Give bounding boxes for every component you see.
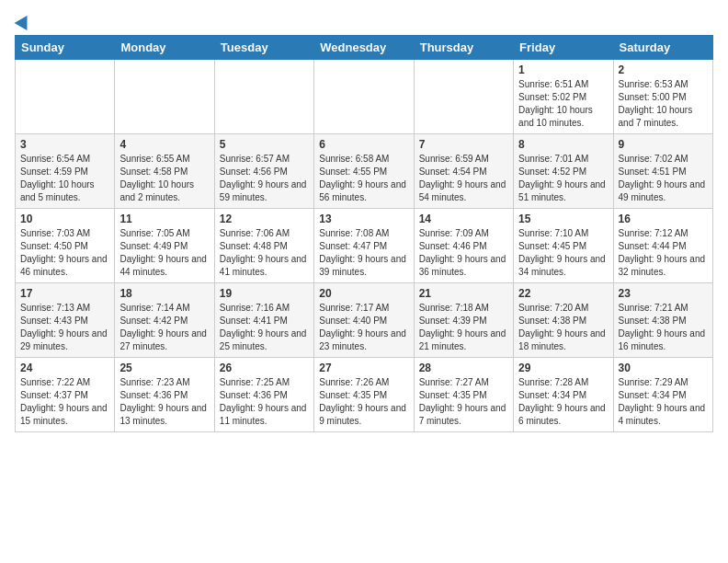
calendar-week-row: 1Sunrise: 6:51 AM Sunset: 5:02 PM Daylig… xyxy=(16,60,713,134)
day-number: 6 xyxy=(319,138,408,151)
day-number: 20 xyxy=(319,287,408,300)
day-info: Sunrise: 7:05 AM Sunset: 4:49 PM Dayligh… xyxy=(119,227,209,279)
day-info: Sunrise: 6:54 AM Sunset: 4:59 PM Dayligh… xyxy=(20,153,109,204)
day-number: 2 xyxy=(619,63,708,76)
calendar-cell: 6Sunrise: 6:58 AM Sunset: 4:55 PM Daylig… xyxy=(314,134,414,209)
day-number: 22 xyxy=(518,287,608,300)
day-info: Sunrise: 6:51 AM Sunset: 5:02 PM Dayligh… xyxy=(518,78,608,130)
calendar-header-row: SundayMondayTuesdayWednesdayThursdayFrid… xyxy=(16,36,713,60)
calendar-weekday-header: Tuesday xyxy=(214,36,313,60)
calendar-cell xyxy=(214,60,313,134)
day-info: Sunrise: 7:26 AM Sunset: 4:35 PM Dayligh… xyxy=(319,376,408,428)
day-number: 1 xyxy=(518,63,608,76)
day-number: 11 xyxy=(119,213,209,225)
day-info: Sunrise: 7:17 AM Sunset: 4:40 PM Dayligh… xyxy=(319,302,408,353)
day-info: Sunrise: 6:55 AM Sunset: 4:58 PM Dayligh… xyxy=(119,153,209,204)
calendar-cell xyxy=(414,60,513,134)
day-info: Sunrise: 6:53 AM Sunset: 5:00 PM Dayligh… xyxy=(619,78,708,130)
day-number: 21 xyxy=(419,287,508,300)
calendar-cell: 7Sunrise: 6:59 AM Sunset: 4:54 PM Daylig… xyxy=(414,134,513,209)
calendar-cell: 9Sunrise: 7:02 AM Sunset: 4:51 PM Daylig… xyxy=(613,134,712,209)
day-number: 30 xyxy=(619,362,708,374)
day-info: Sunrise: 7:12 AM Sunset: 4:44 PM Dayligh… xyxy=(619,227,708,279)
day-info: Sunrise: 6:58 AM Sunset: 4:55 PM Dayligh… xyxy=(319,153,408,204)
calendar-week-row: 3Sunrise: 6:54 AM Sunset: 4:59 PM Daylig… xyxy=(16,134,713,209)
day-number: 23 xyxy=(619,287,708,300)
day-info: Sunrise: 7:18 AM Sunset: 4:39 PM Dayligh… xyxy=(419,302,508,353)
calendar-cell: 26Sunrise: 7:25 AM Sunset: 4:36 PM Dayli… xyxy=(214,358,313,432)
day-info: Sunrise: 7:09 AM Sunset: 4:46 PM Dayligh… xyxy=(419,227,508,279)
calendar-cell: 2Sunrise: 6:53 AM Sunset: 5:00 PM Daylig… xyxy=(613,60,712,134)
day-number: 8 xyxy=(518,138,608,151)
day-number: 12 xyxy=(220,213,309,225)
calendar-weekday-header: Sunday xyxy=(16,36,115,60)
calendar-cell: 5Sunrise: 6:57 AM Sunset: 4:56 PM Daylig… xyxy=(214,134,313,209)
calendar-cell: 20Sunrise: 7:17 AM Sunset: 4:40 PM Dayli… xyxy=(314,283,414,358)
day-number: 27 xyxy=(319,362,408,374)
day-number: 13 xyxy=(319,213,408,225)
day-number: 28 xyxy=(419,362,508,374)
day-info: Sunrise: 7:08 AM Sunset: 4:47 PM Dayligh… xyxy=(319,227,408,279)
calendar-cell: 22Sunrise: 7:20 AM Sunset: 4:38 PM Dayli… xyxy=(514,283,613,358)
calendar-cell: 13Sunrise: 7:08 AM Sunset: 4:47 PM Dayli… xyxy=(314,209,414,283)
day-number: 15 xyxy=(518,213,608,225)
day-info: Sunrise: 7:22 AM Sunset: 4:37 PM Dayligh… xyxy=(20,376,109,428)
calendar-weekday-header: Monday xyxy=(115,36,214,60)
day-number: 19 xyxy=(220,287,309,300)
calendar-table: SundayMondayTuesdayWednesdayThursdayFrid… xyxy=(15,35,713,432)
day-number: 4 xyxy=(119,138,209,151)
day-info: Sunrise: 7:29 AM Sunset: 4:34 PM Dayligh… xyxy=(619,376,708,428)
calendar-cell: 12Sunrise: 7:06 AM Sunset: 4:48 PM Dayli… xyxy=(214,209,313,283)
day-info: Sunrise: 7:10 AM Sunset: 4:45 PM Dayligh… xyxy=(518,227,608,279)
calendar-cell: 8Sunrise: 7:01 AM Sunset: 4:52 PM Daylig… xyxy=(514,134,613,209)
day-info: Sunrise: 7:21 AM Sunset: 4:38 PM Dayligh… xyxy=(619,302,708,353)
day-number: 14 xyxy=(419,213,508,225)
day-info: Sunrise: 7:20 AM Sunset: 4:38 PM Dayligh… xyxy=(518,302,608,353)
calendar-cell: 24Sunrise: 7:22 AM Sunset: 4:37 PM Dayli… xyxy=(16,358,115,432)
day-info: Sunrise: 7:02 AM Sunset: 4:51 PM Dayligh… xyxy=(619,153,708,204)
day-info: Sunrise: 7:16 AM Sunset: 4:41 PM Dayligh… xyxy=(220,302,309,353)
calendar-weekday-header: Wednesday xyxy=(314,36,414,60)
day-number: 25 xyxy=(119,362,209,374)
day-number: 16 xyxy=(619,213,708,225)
calendar-weekday-header: Thursday xyxy=(414,36,513,60)
calendar-cell: 23Sunrise: 7:21 AM Sunset: 4:38 PM Dayli… xyxy=(613,283,712,358)
day-number: 7 xyxy=(419,138,508,151)
logo xyxy=(15,15,31,28)
day-number: 9 xyxy=(619,138,708,151)
calendar-cell: 18Sunrise: 7:14 AM Sunset: 4:42 PM Dayli… xyxy=(115,283,214,358)
day-number: 10 xyxy=(20,213,109,225)
day-info: Sunrise: 7:27 AM Sunset: 4:35 PM Dayligh… xyxy=(419,376,508,428)
calendar-cell: 28Sunrise: 7:27 AM Sunset: 4:35 PM Dayli… xyxy=(414,358,513,432)
calendar-cell: 1Sunrise: 6:51 AM Sunset: 5:02 PM Daylig… xyxy=(514,60,613,134)
calendar-cell: 17Sunrise: 7:13 AM Sunset: 4:43 PM Dayli… xyxy=(16,283,115,358)
calendar-weekday-header: Saturday xyxy=(613,36,712,60)
logo-triangle-icon xyxy=(15,12,34,30)
calendar-cell: 30Sunrise: 7:29 AM Sunset: 4:34 PM Dayli… xyxy=(613,358,712,432)
day-number: 26 xyxy=(220,362,309,374)
calendar-cell: 4Sunrise: 6:55 AM Sunset: 4:58 PM Daylig… xyxy=(115,134,214,209)
calendar-cell xyxy=(115,60,214,134)
day-number: 18 xyxy=(119,287,209,300)
day-info: Sunrise: 7:14 AM Sunset: 4:42 PM Dayligh… xyxy=(119,302,209,353)
calendar-cell xyxy=(314,60,414,134)
day-number: 24 xyxy=(20,362,109,374)
day-number: 3 xyxy=(20,138,109,151)
page-header xyxy=(15,15,713,28)
day-info: Sunrise: 6:59 AM Sunset: 4:54 PM Dayligh… xyxy=(419,153,508,204)
calendar-cell: 10Sunrise: 7:03 AM Sunset: 4:50 PM Dayli… xyxy=(16,209,115,283)
calendar-cell: 14Sunrise: 7:09 AM Sunset: 4:46 PM Dayli… xyxy=(414,209,513,283)
calendar-week-row: 24Sunrise: 7:22 AM Sunset: 4:37 PM Dayli… xyxy=(16,358,713,432)
calendar-cell: 29Sunrise: 7:28 AM Sunset: 4:34 PM Dayli… xyxy=(514,358,613,432)
day-number: 17 xyxy=(20,287,109,300)
calendar-cell: 15Sunrise: 7:10 AM Sunset: 4:45 PM Dayli… xyxy=(514,209,613,283)
calendar-cell: 19Sunrise: 7:16 AM Sunset: 4:41 PM Dayli… xyxy=(214,283,313,358)
calendar-week-row: 10Sunrise: 7:03 AM Sunset: 4:50 PM Dayli… xyxy=(16,209,713,283)
day-info: Sunrise: 7:23 AM Sunset: 4:36 PM Dayligh… xyxy=(119,376,209,428)
day-info: Sunrise: 7:13 AM Sunset: 4:43 PM Dayligh… xyxy=(20,302,109,353)
day-info: Sunrise: 7:03 AM Sunset: 4:50 PM Dayligh… xyxy=(20,227,109,279)
calendar-cell xyxy=(16,60,115,134)
day-info: Sunrise: 7:06 AM Sunset: 4:48 PM Dayligh… xyxy=(220,227,309,279)
calendar-cell: 16Sunrise: 7:12 AM Sunset: 4:44 PM Dayli… xyxy=(613,209,712,283)
day-info: Sunrise: 6:57 AM Sunset: 4:56 PM Dayligh… xyxy=(220,153,309,204)
